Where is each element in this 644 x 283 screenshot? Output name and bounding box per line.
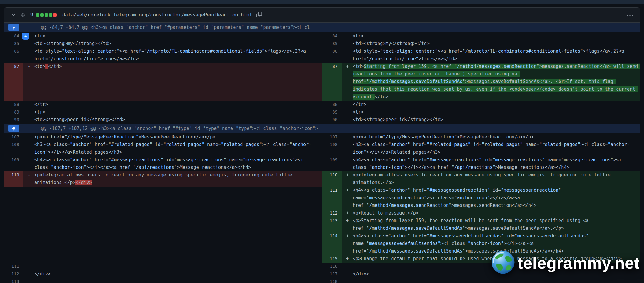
code-line <box>23 263 322 270</box>
string-token: "messagessavedefaultsendas" <box>366 241 440 246</box>
line-number[interactable]: 90 <box>322 116 342 124</box>
code-empty <box>23 255 322 263</box>
line-number[interactable]: 115 <box>322 255 342 263</box>
diff-marker: + <box>346 209 349 217</box>
code-line: -<p>Telegram allows users to react on an… <box>23 171 322 187</box>
line-number[interactable]: 112 <box>322 209 342 217</box>
line-number[interactable]: 84 <box>322 32 342 40</box>
line-number[interactable]: 117 <box>322 270 342 278</box>
line-number[interactable]: 116 <box>322 263 342 270</box>
string-token: "anchor" <box>388 187 410 193</box>
string-token: "anchor-icon" <box>454 195 490 201</box>
string-token: "/type/MessagePeerReaction" <box>64 134 139 140</box>
diff-left-half: 89<tr> <box>4 108 322 116</box>
line-number[interactable]: 108 <box>322 141 342 156</box>
diff-marker: + <box>346 171 349 179</box>
expand-up-button[interactable] <box>8 24 19 31</box>
diff-left-half: 90<td><strong>peer_id</strong></td> <box>4 116 322 124</box>
expand-diff-button[interactable] <box>8 125 19 132</box>
diff-right-half: 88</tr> <box>322 101 640 108</box>
line-number[interactable]: 113 <box>4 278 23 283</box>
code-line: <p><a href="/type/MessagePeerReaction">M… <box>342 133 640 141</box>
line-number[interactable]: 89 <box>4 108 23 116</box>
line-number[interactable]: 88 <box>4 101 23 108</box>
code-empty <box>23 217 322 232</box>
diff-left-half: 85<td><strong>my</strong></td> <box>4 40 322 47</box>
watermark-text: telegrammy.net <box>518 253 640 272</box>
gutter-empty <box>4 255 23 263</box>
string-token: "/api/reactions" <box>451 165 495 170</box>
line-number[interactable]: 109 <box>4 156 23 171</box>
diff-left-half: 112</div> <box>4 270 322 278</box>
line-number[interactable]: 107 <box>322 133 342 141</box>
diff-marker: - <box>28 63 30 70</box>
code-line: <tr> <box>23 108 322 116</box>
diffstat-added-square <box>49 13 52 17</box>
diff-row: 113+<p>Starting from layer 159, the reac… <box>4 217 640 232</box>
copy-path-button[interactable] <box>256 12 262 18</box>
code-line: <td style="text-align: center;"><a href=… <box>342 47 640 63</box>
code-line: </tr> <box>23 101 322 108</box>
line-number[interactable]: 88 <box>322 101 342 108</box>
hunk-header-row: @@ -84,7 +84,7 @@ <h3><a class="anchor" … <box>4 23 640 32</box>
code-line: <tr> <box>23 32 322 40</box>
diff-left-half: 109<h4><a class="anchor" href="#message-… <box>4 156 322 171</box>
string-token: "/method/messages.saveDefaultSendAs" <box>366 79 465 84</box>
kebab-menu-button[interactable] <box>627 13 633 17</box>
hunk-header-text: @@ -84,7 +84,7 @@ <h3><a class="anchor" … <box>4 23 640 32</box>
line-number[interactable]: 111 <box>4 263 23 270</box>
diff-left-half: 84<tr>+ <box>4 32 322 40</box>
diff-left-half: 110-<p>Telegram allows users to react on… <box>4 171 322 187</box>
collapse-file-button[interactable] <box>11 12 16 18</box>
string-token: "/mtproto/TL-combinators#conditional-fie… <box>462 48 583 54</box>
string-token: "anchor-icon" <box>369 165 405 170</box>
code-line: </div> <box>23 270 322 278</box>
line-number[interactable]: 85 <box>322 40 342 47</box>
code-line: <tr> <box>342 32 640 40</box>
line-number[interactable]: 113 <box>322 217 342 232</box>
line-number[interactable]: 85 <box>4 40 23 47</box>
diff-left-half <box>4 255 322 263</box>
string-token: "message-reactions" <box>243 157 295 162</box>
line-number[interactable]: 111 <box>322 187 342 209</box>
diff-row: 84<tr>+84<tr> <box>4 32 640 40</box>
line-number[interactable]: 112 <box>4 270 23 278</box>
string-token: "messagessendreaction" <box>366 195 427 201</box>
line-number[interactable]: 86 <box>322 47 342 63</box>
line-number[interactable]: 114 <box>322 232 342 255</box>
string-token: "/constructor/true" <box>48 56 100 61</box>
line-number[interactable]: 109 <box>322 156 342 171</box>
diff-marker: + <box>346 255 349 263</box>
line-number[interactable]: 110 <box>4 171 23 187</box>
diff-left-half: 111 <box>4 263 322 270</box>
line-number[interactable]: 86 <box>4 47 23 63</box>
diff-row: 85<td><strong>my</strong></td>85<td><str… <box>4 40 640 47</box>
diff-row: 107<p><a href="/type/MessagePeerReaction… <box>4 133 640 141</box>
line-number[interactable]: 84 <box>4 32 23 40</box>
string-token: "/method/messages.saveDefaultSendAs" <box>366 225 465 231</box>
string-token: "anchor" <box>388 142 410 147</box>
line-number[interactable]: 87 <box>4 63 23 101</box>
chevron-down-icon <box>11 12 16 18</box>
diff-left-half: 86<td style="text-align: center;"><a hre… <box>4 47 322 63</box>
diff-right-half: 85<td><strong>my</strong></td> <box>322 40 640 47</box>
code-line: <h3><a class="anchor" href="#related-pag… <box>342 141 640 156</box>
string-token: "anchor" <box>70 157 92 162</box>
file-path[interactable]: data/web/corefork.telegram.org/construct… <box>62 12 252 18</box>
file-diff-panel: 9 data/web/corefork.telegram.org/constru… <box>4 7 640 283</box>
add-comment-button[interactable]: + <box>22 33 29 40</box>
diff-body: @@ -84,7 +84,7 @@ <h3><a class="anchor" … <box>4 23 640 283</box>
gutter-empty <box>4 217 23 232</box>
line-number[interactable]: 87 <box>322 63 342 101</box>
watermark: telegrammy.net <box>491 250 640 276</box>
line-number[interactable]: 110 <box>322 171 342 187</box>
line-number[interactable]: 89 <box>322 108 342 116</box>
line-number[interactable]: 90 <box>4 116 23 124</box>
diff-row: 86<td style="text-align: center;"><a hre… <box>4 47 640 63</box>
diff-right-half: 87+<td>Starting from layer 159, <a href=… <box>322 63 640 101</box>
line-number[interactable]: 107 <box>4 133 23 141</box>
line-number[interactable]: 118 <box>322 278 342 283</box>
string-token: "related-pages" <box>163 142 204 147</box>
move-icon[interactable] <box>20 12 26 18</box>
line-number[interactable]: 108 <box>4 141 23 156</box>
